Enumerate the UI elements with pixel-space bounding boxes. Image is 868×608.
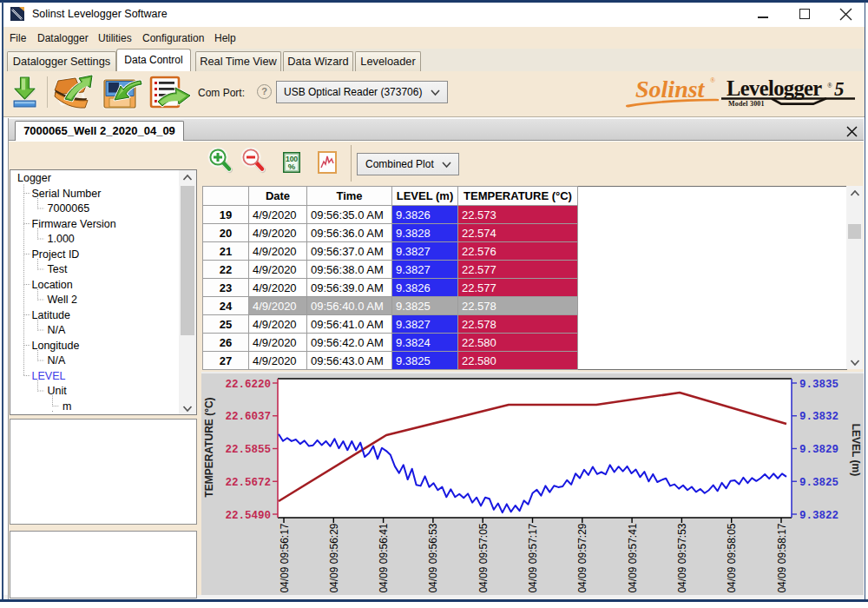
svg-text:®: ® bbox=[710, 76, 715, 84]
svg-text:04/09 09:57:41: 04/09 09:57:41 bbox=[627, 523, 639, 592]
svg-text:Solinst: Solinst bbox=[635, 76, 706, 102]
svg-text:Location: Location bbox=[32, 279, 73, 291]
svg-text:22.5490: 22.5490 bbox=[225, 510, 271, 522]
svg-text:Well 2: Well 2 bbox=[48, 294, 78, 306]
svg-text:N/A: N/A bbox=[48, 354, 67, 367]
svg-text:%: % bbox=[288, 162, 296, 171]
svg-text:Logger: Logger bbox=[17, 172, 51, 184]
svg-text:LEVEL: LEVEL bbox=[32, 370, 66, 382]
svg-text:®: ® bbox=[827, 82, 832, 89]
svg-text:04/09 09:58:17: 04/09 09:58:17 bbox=[776, 523, 788, 592]
svg-text:N/A: N/A bbox=[48, 324, 67, 336]
svg-text:Unit: Unit bbox=[48, 385, 68, 397]
svg-text:04/09 09:56:29: 04/09 09:56:29 bbox=[328, 523, 340, 592]
svg-text:22.6037: 22.6037 bbox=[225, 411, 271, 423]
svg-text:9.3832: 9.3832 bbox=[799, 411, 838, 423]
svg-text:04/09 09:56:41: 04/09 09:56:41 bbox=[378, 523, 390, 592]
svg-text:22.5855: 22.5855 bbox=[225, 444, 271, 456]
svg-text:Project ID: Project ID bbox=[32, 248, 80, 261]
svg-text:9.3822: 9.3822 bbox=[799, 510, 838, 522]
svg-text:m: m bbox=[62, 400, 71, 413]
svg-text:Longitude: Longitude bbox=[32, 340, 80, 352]
svg-text:1.000: 1.000 bbox=[48, 233, 75, 245]
svg-text:Levelogger: Levelogger bbox=[727, 76, 822, 100]
svg-text:7000065: 7000065 bbox=[48, 202, 90, 215]
svg-text:9.3835: 9.3835 bbox=[799, 379, 838, 391]
svg-text:TEMPERATURE (°C): TEMPERATURE (°C) bbox=[203, 397, 215, 497]
svg-text:Serial Number: Serial Number bbox=[32, 188, 102, 200]
svg-text:9.3825: 9.3825 bbox=[799, 477, 838, 489]
svg-text:04/09 09:57:29: 04/09 09:57:29 bbox=[576, 523, 589, 592]
svg-text:04/09 09:57:05: 04/09 09:57:05 bbox=[477, 523, 490, 592]
svg-text:LEVEL (m): LEVEL (m) bbox=[850, 424, 862, 476]
svg-text:Test: Test bbox=[48, 263, 68, 275]
svg-text:04/09 09:57:17: 04/09 09:57:17 bbox=[527, 523, 539, 592]
svg-text:Model 3001: Model 3001 bbox=[728, 100, 765, 108]
svg-text:04/09 09:56:17: 04/09 09:56:17 bbox=[279, 523, 291, 592]
svg-text:5: 5 bbox=[834, 78, 845, 100]
svg-text:04/09 09:57:53: 04/09 09:57:53 bbox=[676, 523, 688, 592]
svg-text:04/09 09:58:05: 04/09 09:58:05 bbox=[726, 523, 738, 592]
svg-text:22.6220: 22.6220 bbox=[225, 379, 271, 391]
svg-text:04/09 09:56:53: 04/09 09:56:53 bbox=[427, 523, 439, 592]
svg-text:Firmware Version: Firmware Version bbox=[32, 218, 116, 230]
svg-text:Latitude: Latitude bbox=[32, 309, 71, 321]
svg-text:22.5672: 22.5672 bbox=[225, 477, 271, 489]
svg-text:9.3829: 9.3829 bbox=[799, 444, 838, 456]
